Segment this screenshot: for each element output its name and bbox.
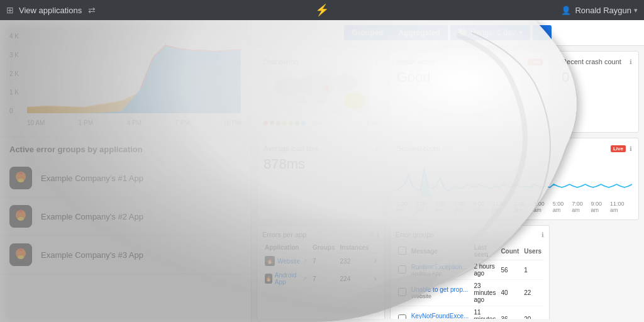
error-row-1: RuntimeException... Android App 2 hours … xyxy=(396,260,544,280)
android-link[interactable]: Android App xyxy=(275,272,300,286)
select-all-checkbox[interactable] xyxy=(398,247,406,255)
users-2: 22 xyxy=(521,280,544,306)
crash-info-icon[interactable]: ℹ xyxy=(630,58,632,65)
load-card-title: Average load time ℹ xyxy=(264,145,378,152)
load-value: 878ms xyxy=(264,156,378,172)
row-arrow-1[interactable]: › xyxy=(374,257,377,265)
x-label-10am: 10 AM xyxy=(27,119,45,126)
error-row-2: Unable to get prop... Website 23 minutes… xyxy=(396,280,544,306)
row-checkbox-1[interactable] xyxy=(398,265,406,274)
last-seen-1: 2 hours ago xyxy=(471,260,498,280)
load-info-icon[interactable]: ℹ xyxy=(375,145,378,152)
row-checkbox-3[interactable] xyxy=(398,314,406,319)
svg-point-23 xyxy=(324,86,329,91)
error-sub-2: Website xyxy=(411,293,469,299)
users-3: 20 xyxy=(521,306,544,319)
errors-app-info[interactable]: ℹ xyxy=(377,231,379,238)
shuffle-icon[interactable]: ⇄ xyxy=(88,5,96,15)
slow-dot2 xyxy=(270,121,274,125)
aggregated-button[interactable]: Aggregated xyxy=(391,25,448,40)
row-arrow-2[interactable]: › xyxy=(374,274,377,283)
svg-point-21 xyxy=(296,95,306,104)
range-button[interactable]: 🔄 Range: 1 day ▾ xyxy=(450,25,530,40)
world-map-svg xyxy=(264,69,370,113)
app-icon-1 xyxy=(9,167,32,189)
fast-dot3 xyxy=(301,121,306,125)
crash-card-title: Recent crash count ℹ xyxy=(562,58,632,65)
svg-point-5 xyxy=(18,179,24,182)
app-icon-2 xyxy=(9,205,32,228)
app-item-3[interactable]: Example Company's #3 App xyxy=(0,236,251,274)
map-info-icon[interactable]: ℹ xyxy=(375,58,378,65)
error-groups-title: Error groups ℹ xyxy=(396,231,544,238)
chart-x-labels: 10 AM 1 PM 4 PM 7 PM 10 PM xyxy=(27,119,242,126)
left-panel: 4 K 3 K 2 K 1 K 0 xyxy=(0,20,252,322)
toolbar-row: Grouped Aggregated 🔄 Range: 1 day ▾ ··· xyxy=(252,20,644,46)
count-1: 56 xyxy=(498,260,521,280)
chart-svg xyxy=(27,33,242,117)
app-item-1[interactable]: Example Company's #1 App xyxy=(0,159,251,197)
groups-cell-1: 7 xyxy=(310,253,338,269)
error-link-1[interactable]: RuntimeException... xyxy=(411,264,468,270)
error-groups-info[interactable]: ℹ xyxy=(541,231,544,238)
map-card: Distribution ℹ xyxy=(257,51,385,133)
svg-point-13 xyxy=(18,255,24,259)
session-info-icon[interactable]: ℹ xyxy=(630,145,632,152)
app-name-2: Example Company's #2 App xyxy=(41,212,143,221)
grouped-button[interactable]: Grouped xyxy=(344,25,391,40)
chart-container: 4 K 3 K 2 K 1 K 0 xyxy=(9,33,242,130)
live-badge: Live xyxy=(528,58,543,65)
svg-point-20 xyxy=(313,91,328,104)
error-link-3[interactable]: KeyNotFoundExce... xyxy=(411,313,469,319)
error-row-3: KeyNotFoundExce... Website 11 minutes ag… xyxy=(396,306,544,319)
health-value: Good xyxy=(397,69,543,86)
col-instances: Instances xyxy=(338,242,372,253)
chevron-down-icon[interactable]: ▾ xyxy=(634,6,638,14)
session-card-title: Session count Live ℹ xyxy=(397,145,632,152)
error-groups-card: Error groups ℹ Message Last seen Count U… xyxy=(390,225,550,319)
x-label-7pm: 7 PM xyxy=(175,119,189,126)
table-row: 🔥 Android App ↗ 7 224 › xyxy=(262,269,379,289)
nav-right: 👤 Ronald Raygun ▾ xyxy=(561,6,638,15)
last-seen-2: 23 minutes ago xyxy=(471,280,498,306)
health-card: health score Live Good xyxy=(390,51,550,133)
session-x-labels: 1:00 pm3:00 pm5:00 pm7:00 pm9:00 pm11:00… xyxy=(397,201,632,213)
x-label-1pm: 1 PM xyxy=(79,119,93,126)
row-checkbox-2[interactable] xyxy=(398,288,406,296)
groups-cell-2: 7 xyxy=(310,269,338,289)
table-row: 🔥 Website ↗ 7 232 › xyxy=(262,253,379,269)
mid-dot2 xyxy=(282,121,287,125)
crash-card: Recent crash count ℹ 0 xyxy=(555,51,639,133)
website-link[interactable]: Website xyxy=(277,258,300,265)
errors-app-title: Errors per app ⊙ ℹ xyxy=(262,231,379,238)
view-toggle: Grouped Aggregated xyxy=(344,25,448,40)
slow-dot xyxy=(264,121,268,125)
right-panel: Grouped Aggregated 🔄 Range: 1 day ▾ ··· … xyxy=(252,20,644,322)
app-name-3: Example Company's #3 App xyxy=(41,250,143,260)
x-label-4pm: 4 PM xyxy=(127,119,142,126)
app-name-1: Example Company's #1 App xyxy=(41,174,143,183)
fast-dot xyxy=(289,121,293,125)
crash-value: 0 xyxy=(562,69,632,86)
app-item-2[interactable]: Example Company's #2 App xyxy=(0,197,251,236)
nav-title: View applications xyxy=(19,6,82,15)
error-link-2[interactable]: Unable to get prop... xyxy=(411,286,469,293)
session-live-badge: Live xyxy=(611,145,626,152)
dashboard-grid: Distribution ℹ xyxy=(252,46,644,319)
count-3: 36 xyxy=(498,306,521,319)
y-label-0: 0 xyxy=(9,108,27,114)
svg-point-9 xyxy=(18,217,24,221)
errors-per-app-card: Errors per app ⊙ ℹ Application Groups In… xyxy=(257,225,385,319)
grid-icon: ⊞ xyxy=(6,5,14,15)
fast-dot2 xyxy=(295,121,299,125)
extra-button[interactable]: ··· xyxy=(533,25,552,40)
count-2: 40 xyxy=(498,280,521,306)
user-name: Ronald Raygun xyxy=(575,6,631,15)
chart-y-labels: 4 K 3 K 2 K 1 K 0 xyxy=(9,33,27,114)
app-icon-table-2: 🔥 xyxy=(265,274,272,284)
slow-label: Slow xyxy=(310,119,323,126)
chevron-icon: ▾ xyxy=(519,28,523,37)
user-icon: 👤 xyxy=(561,6,571,15)
session-card: Session count Live ℹ 1:00 pm3:00 pm5:00 … xyxy=(390,138,639,220)
svg-point-18 xyxy=(333,74,358,92)
